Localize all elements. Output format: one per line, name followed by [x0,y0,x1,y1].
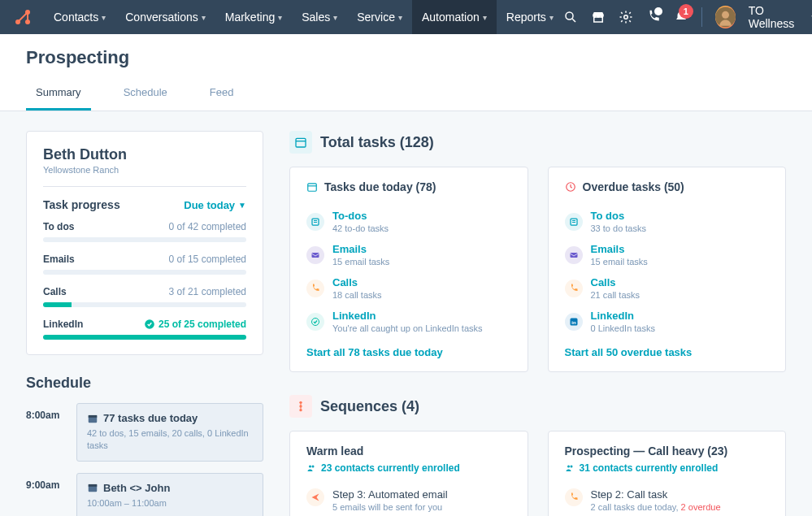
task-count-sub: You're all caught up on LinkedIn tasks [332,323,511,333]
task-type-link[interactable]: LinkedIn [591,310,770,322]
schedule-rows: 8:00am 77 tasks due today 42 to dos, 15 … [26,403,263,516]
nav-item-service[interactable]: Service▾ [347,0,412,34]
send-icon [306,488,324,506]
notifications-icon[interactable]: 1 [674,9,688,25]
top-nav: Contacts▾Conversations▾Marketing▾Sales▾S… [0,0,812,34]
progress-label: To dos [43,221,74,232]
task-list-row: LinkedIn You're all caught up on LinkedI… [306,305,511,338]
linkedin-icon: in [565,313,583,331]
nav-item-contacts[interactable]: Contacts▾ [44,0,115,34]
divider [43,186,246,187]
nav-item-conversations[interactable]: Conversations▾ [115,0,215,34]
progress-label: Calls [43,286,67,297]
card-header: Tasks due today (78) [306,180,511,193]
calling-badge [654,7,662,15]
task-count-sub: 15 email tasks [591,257,770,267]
schedule-card-sub: 10:00am – 11:00am [87,497,253,509]
task-type-link[interactable]: Emails [591,243,770,255]
hubspot-logo[interactable] [13,7,33,27]
progress-count: 25 of 25 completed [144,319,246,330]
calendar-icon [306,181,318,193]
schedule-row: 8:00am 77 tasks due today 42 to dos, 15 … [26,403,263,462]
nav-item-reports[interactable]: Reports▾ [497,0,563,34]
task-count-sub: 21 call tasks [591,290,770,300]
enrolled-link[interactable]: 31 contacts currently enrolled [565,462,770,474]
svg-point-5 [566,12,573,20]
total-tasks-header: Total tasks (128) [289,131,786,154]
nav-item-sales[interactable]: Sales▾ [292,0,347,34]
tab-feed[interactable]: Feed [200,80,244,111]
svg-rect-18 [296,138,306,147]
task-type-link[interactable]: Calls [332,276,511,288]
right-column: Total tasks (128) Tasks due today (78) T… [289,131,786,516]
step-title: Step 2: Call task [591,488,770,501]
chevron-down-icon: ▾ [333,13,337,22]
progress-fill [43,302,72,307]
nav-right: 1 TO Wellness▼ [563,4,812,30]
content: Beth Dutton Yellowstone Ranch Task progr… [0,111,812,516]
enrolled-link[interactable]: 23 contacts currently enrolled [306,462,511,474]
task-type-link[interactable]: Calls [591,276,770,288]
contacts-icon [306,463,316,473]
start-all-today-link[interactable]: Start all 78 tasks due today [306,346,443,358]
step-text: Step 2: Call task 2 call tasks due today… [591,488,770,512]
schedule-card[interactable]: Beth <> John 10:00am – 11:00am 2 attende… [76,473,263,516]
settings-icon[interactable] [619,9,633,25]
workspace-name: TO Wellness [749,4,805,30]
step-sub: 2 call tasks due today, 2 overdue [591,502,770,512]
call-icon [306,280,324,297]
progress-count: 0 of 15 completed [169,254,246,265]
progress-row: Emails 0 of 15 completed [43,254,246,275]
workspace-switcher[interactable]: TO Wellness▼ [749,4,812,30]
progress-bar [43,302,246,307]
calendar-icon [87,413,98,424]
tab-schedule[interactable]: Schedule [114,80,177,111]
start-all-overdue-link[interactable]: Start all 50 overdue tasks [565,346,693,358]
task-list-row: in LinkedIn 0 LinkedIn tasks [565,305,770,338]
task-type-link[interactable]: To dos [591,210,770,222]
schedule-card[interactable]: 77 tasks due today 42 to dos, 15 emails,… [76,403,263,462]
chevron-down-icon: ▾ [278,13,282,22]
schedule-card-title: Beth <> John [87,482,253,494]
task-type-link[interactable]: To-dos [332,210,511,222]
svg-point-10 [722,11,729,19]
nav-item-automation[interactable]: Automation▾ [412,0,497,34]
progress-bar [43,270,246,275]
task-list-row: Calls 18 call tasks [306,271,511,305]
due-filter-dropdown[interactable]: Due today▼ [184,199,246,211]
task-type-link[interactable]: LinkedIn [332,310,511,322]
progress-count: 0 of 42 completed [169,221,246,232]
sequence-step: Step 3: Automated email 5 emails will be… [306,483,511,516]
user-name: Beth Dutton [43,146,246,163]
marketplace-icon[interactable] [591,9,606,25]
progress-fill [43,335,246,340]
task-list-row: Calls 21 call tasks [565,271,770,305]
sequences-section-icon [289,395,312,418]
svg-point-38 [309,466,311,468]
chevron-down-icon: ▼ [238,201,246,210]
schedule-row: 9:00am Beth <> John 10:00am – 11:00am 2 … [26,473,263,516]
user-org: Yellowstone Ranch [43,165,246,175]
user-avatar[interactable] [715,6,736,28]
svg-rect-13 [89,414,98,417]
sequences-title: Sequences (4) [320,398,419,415]
tasks-section-icon [289,131,312,154]
chevron-down-icon: ▾ [102,13,106,22]
schedule-time: 8:00am [26,403,67,421]
tab-summary[interactable]: Summary [26,80,91,111]
sequence-step: Step 2: Call task 2 call tasks due today… [565,483,770,516]
todo-icon [565,213,583,231]
schedule-heading: Schedule [26,375,263,392]
task-text: Calls 21 call tasks [591,276,770,300]
calling-icon[interactable] [646,9,661,25]
svg-point-40 [567,466,570,468]
tasks-due-today-card: Tasks due today (78) To-dos 42 to-do tas… [289,167,528,372]
search-icon[interactable] [563,9,578,25]
nav-label: Marketing [225,11,275,24]
task-cards-row: Tasks due today (78) To-dos 42 to-do tas… [289,167,786,372]
task-type-link[interactable]: Emails [332,243,511,255]
divider [701,7,702,27]
task-count-sub: 18 call tasks [332,290,511,300]
nav-item-marketing[interactable]: Marketing▾ [215,0,292,34]
schedule-time: 9:00am [26,473,67,491]
